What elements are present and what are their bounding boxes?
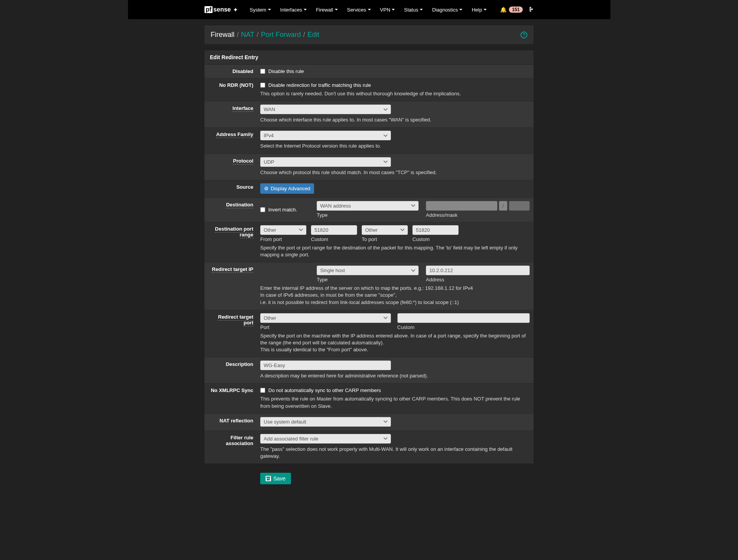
caret-icon [392,9,395,10]
caret-icon [335,9,338,10]
label-protocol: Protocol [204,154,256,180]
redirect-ip-input[interactable] [426,266,530,275]
edit-panel: Edit Redirect Entry Disabled Disable thi… [204,50,534,464]
destination-type-select[interactable]: WAN address [317,201,419,211]
disabled-checkbox-label: Disable this rule [268,68,304,74]
caret-icon [268,9,271,10]
description-input[interactable] [260,361,391,370]
to-port-select[interactable]: Other [362,225,408,235]
no-rdr-checkbox-label: Disable redirection for traffic matching… [268,82,371,88]
nat-reflection-select[interactable]: Use system default [260,417,391,427]
caret-icon [368,9,371,10]
destination-address-input [426,201,497,211]
breadcrumb-portforward[interactable]: Port Forward [261,31,301,39]
to-port-custom-input[interactable] [412,225,459,235]
label-redirect-target-ip: Redirect target IP [204,263,256,310]
nav-services[interactable]: Services [343,4,375,16]
from-port-custom-label: Custom [311,236,357,242]
label-address-family: Address Family [204,128,256,153]
from-port-label: From port [260,236,306,242]
label-interface: Interface [204,101,256,127]
redirect-port-select[interactable]: Other [260,313,391,323]
label-filter-rule: Filter rule association [204,431,256,464]
redirect-port-custom-input[interactable] [397,313,530,323]
breadcrumb-edit[interactable]: Edit [308,31,319,39]
nav-status[interactable]: Status [400,4,427,16]
to-port-label: To port [362,236,408,242]
page-header: Firewall / NAT / Port Forward / Edit ? [204,25,534,44]
notification-count: 151 [509,7,523,13]
nav-system[interactable]: System [246,4,274,16]
breadcrumb: Firewall / NAT / Port Forward / Edit [211,31,319,39]
invert-match-label: Invert match. [268,207,297,213]
invert-match-checkbox[interactable] [260,207,265,212]
caret-icon [484,9,487,10]
interface-select[interactable]: WAN [260,105,391,114]
caret-icon [304,9,307,10]
label-dest-port-range: Destination port range [204,222,256,262]
mask-separator: / [499,201,507,211]
redirect-ip-type-select[interactable]: Single host [317,266,419,275]
display-advanced-button[interactable]: Display Advanced [260,183,314,194]
description-help: A description may be entered here for ad… [260,372,530,379]
notifications[interactable]: 🔔 151 [500,7,523,13]
nav-help[interactable]: Help [468,4,490,16]
label-no-rdr: No RDR (NOT) [204,78,256,101]
save-button[interactable]: Save [260,473,291,484]
label-description: Description [204,357,256,383]
no-rdr-help: This option is rarely needed. Don't use … [260,90,530,97]
no-xmlrpc-checkbox[interactable] [260,388,265,393]
dest-port-help: Specify the port or port range for the d… [260,244,530,258]
nav-vpn[interactable]: VPN [376,4,399,16]
panel-title: Edit Redirect Entry [204,50,534,65]
redirect-ip-help: Enter the internal IP address of the ser… [260,285,530,306]
redirect-ip-label: Address [426,277,530,282]
nav-firewall[interactable]: Firewall [312,4,342,16]
address-family-select[interactable]: IPv4 [260,131,391,140]
filter-rule-select[interactable]: Add associated filter rule [260,434,391,444]
address-family-help: Select the Internet Protocol version thi… [260,143,530,150]
caret-icon [459,9,462,10]
from-port-custom-input[interactable] [311,225,357,235]
breadcrumb-nat[interactable]: NAT [241,31,254,39]
redirect-port-help: Specify the port on the machine with the… [260,332,530,354]
label-redirect-target-port: Redirect target port [204,310,256,357]
destination-type-label: Type [317,212,421,218]
caret-icon [420,9,423,10]
label-source: Source [204,180,256,198]
nav-interfaces[interactable]: Interfaces [276,4,311,16]
redirect-port-custom-label: Custom [397,324,530,330]
no-rdr-checkbox[interactable] [260,83,265,88]
save-icon [266,476,271,481]
label-disabled: Disabled [204,65,256,78]
destination-mask-select [509,201,530,211]
filter-rule-help: The "pass" selection does not work prope… [260,446,530,460]
label-destination: Destination [204,198,256,222]
redirect-ip-type-label: Type [317,277,421,282]
nav-diagnostics[interactable]: Diagnostics [428,4,466,16]
logo[interactable]: pfsense✦ [204,6,238,13]
breadcrumb-firewall: Firewall [211,31,234,39]
protocol-help: Choose which protocol this rule should m… [260,169,530,176]
label-no-xmlrpc: No XMLRPC Sync [204,384,256,413]
protocol-select[interactable]: UDP [260,157,391,167]
no-xmlrpc-help: This prevents the rule on Master from au… [260,395,530,409]
to-port-custom-label: Custom [412,236,459,242]
label-nat-reflection: NAT reflection [204,414,256,430]
destination-mask-label: Address/mask [426,212,530,218]
help-icon[interactable]: ? [520,32,527,38]
bell-icon: 🔔 [500,7,507,13]
disabled-checkbox[interactable] [260,69,265,74]
logout-icon[interactable] [527,6,534,13]
interface-help: Choose which interface this rule applies… [260,116,530,123]
gear-icon [264,186,269,191]
no-xmlrpc-checkbox-label: Do not automatically sync to other CARP … [268,387,381,393]
from-port-select[interactable]: Other [260,225,306,235]
redirect-port-label: Port [260,324,393,330]
